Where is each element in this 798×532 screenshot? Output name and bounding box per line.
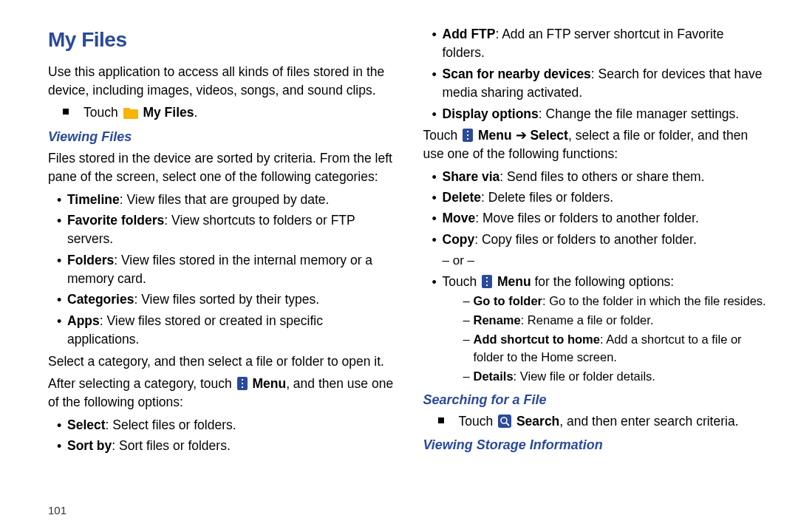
page-number: 101 — [48, 502, 66, 519]
section-heading-viewing-files: Viewing Files — [48, 127, 394, 146]
square-bullet-icon — [438, 417, 444, 423]
list-item: Go to folder: Go to the folder in which … — [463, 293, 769, 310]
list-item: Add FTP: Add an FTP server shortcut in F… — [432, 25, 769, 63]
touch-my-files-step: Touch My Files. — [63, 103, 394, 122]
list-item: Apps: View files stored or created in sp… — [57, 312, 394, 349]
touch-menu-select-line: Touch Menu ➔ Select, select a file or fo… — [423, 126, 769, 164]
svg-rect-14 — [498, 415, 511, 428]
menu-icon — [482, 275, 492, 288]
list-item: Display options: Change the file manager… — [432, 105, 769, 123]
list-item: Scan for nearby devices: Search for devi… — [432, 65, 769, 103]
category-list: Timeline: View files that are grouped by… — [57, 191, 394, 349]
list-item: Move: Move files or folders to another f… — [432, 209, 769, 228]
section-heading-searching: Searching for a File — [423, 390, 769, 409]
svg-rect-8 — [467, 134, 468, 136]
list-item: Rename: Rename a file or folder. — [463, 312, 769, 330]
search-icon — [498, 415, 511, 428]
list-item: Touch Menu for the following options: Go… — [432, 273, 769, 386]
list-item: Delete: Delete files or folders. — [432, 188, 769, 207]
list-item: Favorite folders: View shortcuts to fold… — [57, 211, 394, 249]
svg-rect-9 — [467, 138, 468, 140]
menu-icon — [237, 377, 248, 390]
svg-rect-4 — [242, 383, 243, 384]
svg-rect-13 — [486, 284, 488, 286]
page-title: My Files — [48, 25, 394, 55]
or-divider: – or – — [443, 252, 769, 270]
svg-rect-11 — [486, 277, 488, 279]
square-bullet-icon — [63, 109, 69, 115]
viewing-files-intro: Files stored in the device are sorted by… — [48, 149, 394, 187]
svg-rect-12 — [486, 281, 488, 282]
sub-options-list: Go to folder: Go to the folder in which … — [463, 293, 769, 386]
list-item: Copy: Copy files or folders to another f… — [432, 231, 769, 249]
svg-rect-3 — [242, 379, 243, 381]
options-list-3: Touch Menu for the following options: Go… — [432, 273, 769, 386]
list-item: Timeline: View files that are grouped by… — [57, 191, 394, 209]
svg-rect-1 — [123, 108, 130, 112]
page-body: My Files Use this application to access … — [48, 25, 768, 491]
list-item: Folders: View files stored in the intern… — [57, 251, 394, 289]
menu-icon — [463, 129, 473, 142]
list-item: Select: Select files or folders. — [57, 416, 394, 434]
options-list-2: Share via: Send files to others or share… — [432, 168, 769, 250]
list-item: Add shortcut to home: Add a shortcut to … — [463, 331, 769, 366]
list-item: Details: View file or folder details. — [463, 368, 769, 386]
svg-rect-5 — [242, 386, 243, 388]
after-select-line: After selecting a category, touch Menu, … — [48, 375, 394, 412]
intro-paragraph: Use this application to access all kinds… — [48, 63, 394, 100]
list-item: Share via: Send files to others or share… — [432, 168, 769, 186]
list-item: Categories: View files sorted by their t… — [57, 290, 394, 309]
select-category-line: Select a category, and then select a fil… — [48, 352, 394, 371]
svg-rect-7 — [467, 131, 468, 132]
section-heading-storage: Viewing Storage Information — [423, 435, 769, 454]
folder-icon — [123, 107, 138, 119]
list-item: Sort by: Sort files or folders. — [57, 437, 394, 455]
search-step: Touch Search, and then enter search crit… — [438, 412, 769, 431]
